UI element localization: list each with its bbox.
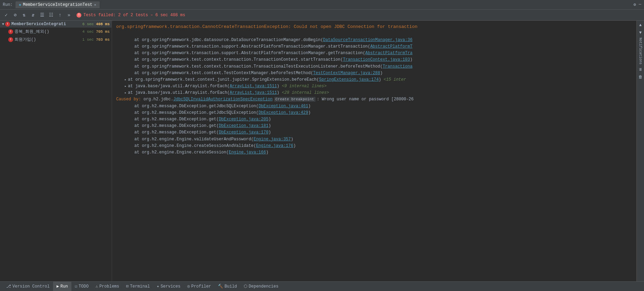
up-button[interactable]: ↑ — [56, 11, 64, 19]
status-build[interactable]: 🔨 Build — [214, 282, 240, 291]
active-tab[interactable]: ◆ MemberServiceIntegrationTest ✕ — [16, 1, 100, 8]
services-icon: ✦ — [157, 284, 159, 289]
status-dependencies[interactable]: ⬡ Dependencies — [240, 282, 282, 291]
fail-icon: ! — [77, 13, 81, 18]
tab-close-button[interactable]: ✕ — [94, 3, 96, 7]
tree-child-time-2: 1 sec 703 ms — [82, 38, 110, 42]
breakpoint-hint[interactable]: Create breakpoint — [274, 97, 315, 102]
test-tree-panel: ▼ ! MemberServiceIntegrati 6 sec 408 ms … — [0, 21, 112, 281]
stack-link-7[interactable]: SpringExtension.java:174 — [319, 77, 379, 82]
caused-stack-4: at org.h2.message.DbException.get(DbExce… — [116, 123, 632, 129]
stack-line-1: at org.springframework.jdbc.datasource.D… — [116, 37, 632, 43]
right-sidebar: ▲ ▼ Notifications ≣ 🗑 — [636, 21, 644, 281]
test-status: ! Tests failed: 2 of 2 tests – 6 sec 408… — [77, 13, 185, 18]
align-left-button[interactable]: ☰ — [38, 11, 46, 19]
caused-by-label: Caused by: — [116, 97, 143, 102]
build-icon: 🔨 — [218, 284, 223, 289]
stack-line-7: ▸at org.springframework.test.context.jun… — [116, 77, 632, 83]
tree-child-item-1[interactable]: ! 중복_회원_예외() 4 sec 705 ms — [0, 28, 112, 36]
align-right-button[interactable]: ☷ — [47, 11, 55, 19]
tree-chevron: ▼ — [2, 22, 4, 26]
status-run[interactable]: ▶ Run — [53, 282, 71, 291]
tree-child-label-2: 회원가입() — [14, 37, 36, 42]
status-profiler-label: Profiler — [191, 284, 211, 289]
caused-link-3[interactable]: DbException.java:205 — [219, 117, 269, 122]
run-label: Run: — [3, 2, 13, 7]
title-icons: ⚙ — — [634, 2, 641, 7]
stack-line-6: at org.springframework.test.context.Test… — [116, 70, 632, 77]
tree-child-item-2[interactable]: ! 회원가입() 1 sec 703 ms — [0, 36, 112, 43]
tree-child-time-1: 4 sec 705 ms — [82, 30, 110, 34]
version-control-icon: ⎇ — [6, 284, 11, 289]
caused-stack-1: at org.h2.message.DbException.getJdbcSQL… — [116, 103, 632, 110]
title-bar: Run: ◆ MemberServiceIntegrationTest ✕ ⚙ … — [0, 0, 644, 10]
status-terminal[interactable]: ⊡ Terminal — [123, 282, 153, 291]
notifications-button[interactable]: Notifications — [637, 37, 644, 65]
status-version-control-label: Version Control — [12, 284, 50, 289]
scroll-up-button[interactable]: ▲ — [637, 22, 644, 28]
tree-root-time: 6 sec 408 ms — [82, 22, 110, 26]
status-dependencies-label: Dependencies — [249, 284, 278, 289]
sort-desc-button[interactable]: ⇵ — [29, 11, 37, 19]
tab-icon: ◆ — [19, 2, 21, 7]
test-status-text: Tests failed: 2 of 2 tests – 6 sec 408 m… — [83, 13, 185, 18]
caused-link-5[interactable]: DbException.java:170 — [219, 130, 269, 135]
fail-circle-icon: ! — [5, 22, 10, 27]
fail-circle-icon-1: ! — [8, 29, 13, 34]
expand-btn-7[interactable]: ▸ — [124, 78, 127, 82]
stack-link-9[interactable]: ArrayList.java:1511 — [230, 90, 277, 95]
status-todo[interactable]: ☑ TODO — [71, 282, 92, 291]
status-terminal-label: Terminal — [130, 284, 150, 289]
tree-child-label-1: 중복_회원_예외() — [14, 29, 49, 34]
caused-link-6[interactable]: Engine.java:357 — [253, 137, 291, 142]
caused-stack-7: at org.h2.engine.Engine.createSessionAnd… — [116, 143, 632, 149]
scroll-down-button[interactable]: ▼ — [637, 30, 644, 36]
stack-link-3[interactable]: AbstractPlatformTra — [365, 51, 413, 56]
terminal-icon: ⊡ — [126, 284, 129, 289]
internal-lines-8: <9 internal lines> — [282, 84, 327, 89]
more-button[interactable]: » — [65, 11, 73, 19]
stack-link-6[interactable]: TestContextManager.java:288 — [313, 71, 380, 76]
main-area: ▼ ! MemberServiceIntegrati 6 sec 408 ms … — [0, 21, 644, 281]
internal-lines-9: <28 internal lines> — [282, 90, 329, 95]
stop-button[interactable]: ⊘ — [11, 11, 19, 19]
sort-asc-button[interactable]: ⇅ — [20, 11, 28, 19]
caused-link-8[interactable]: Engine.java:166 — [229, 150, 266, 155]
tree-root-item[interactable]: ▼ ! MemberServiceIntegrati 6 sec 408 ms — [0, 21, 112, 28]
caused-stack-3: at org.h2.message.DbException.get(DbExce… — [116, 116, 632, 123]
check-button[interactable]: ✓ — [2, 11, 10, 19]
caused-link-2[interactable]: DbException.java:429 — [259, 110, 308, 115]
caused-link-7[interactable]: Engine.java:176 — [256, 143, 293, 148]
status-version-control[interactable]: ⎇ Version Control — [3, 282, 53, 291]
tab-label: MemberServiceIntegrationTest — [23, 2, 92, 7]
minimize-icon[interactable]: — — [639, 2, 641, 7]
stack-link-4[interactable]: TransactionContext.java:103 — [343, 57, 410, 62]
main-error-line: org.springframework.transaction.CannotCr… — [116, 23, 632, 31]
status-profiler[interactable]: ◎ Profiler — [184, 282, 214, 291]
stack-link-2[interactable]: AbstractPlatformT — [370, 44, 412, 49]
caused-by-line: Caused by: org.h2.jdbc.JdbcSQLInvalidAut… — [116, 96, 632, 103]
stack-line-2: at org.springframework.transaction.suppo… — [116, 43, 632, 50]
caused-link-4[interactable]: DbException.java:181 — [219, 123, 269, 128]
profiler-icon: ◎ — [187, 284, 190, 289]
status-todo-label: TODO — [79, 284, 89, 289]
caused-stack-8: at org.h2.engine.Engine.createSession(En… — [116, 149, 632, 156]
delete-button[interactable]: 🗑 — [637, 74, 644, 80]
list-button[interactable]: ≣ — [637, 66, 644, 72]
status-bar: ⎇ Version Control ▶ Run ☑ TODO ⚠ Problem… — [0, 281, 644, 291]
dependencies-icon: ⬡ — [244, 284, 247, 289]
stack-link-8[interactable]: ArrayList.java:1511 — [230, 84, 277, 89]
caused-by-link[interactable]: JdbcSQLInvalidAuthorizationSpecException — [173, 97, 273, 102]
expand-btn-9[interactable]: ▸ — [124, 91, 127, 95]
status-problems[interactable]: ⚠ Problems — [92, 282, 123, 291]
status-services-label: Services — [161, 284, 181, 289]
caused-link-1[interactable]: DbException.java:461 — [259, 104, 308, 109]
output-panel: org.springframework.transaction.CannotCr… — [112, 21, 636, 281]
status-services[interactable]: ✦ Services — [153, 282, 184, 291]
stack-line-4: at org.springframework.test.context.tran… — [116, 57, 632, 63]
settings-icon[interactable]: ⚙ — [634, 2, 636, 7]
caused-stack-6: at org.h2.engine.Engine.validateUserAndP… — [116, 136, 632, 143]
expand-btn-8[interactable]: ▸ — [124, 84, 127, 88]
stack-link-1[interactable]: DataSourceTransactionManager.java:36 — [323, 38, 412, 42]
stack-link-5[interactable]: Transactiona — [383, 64, 412, 69]
